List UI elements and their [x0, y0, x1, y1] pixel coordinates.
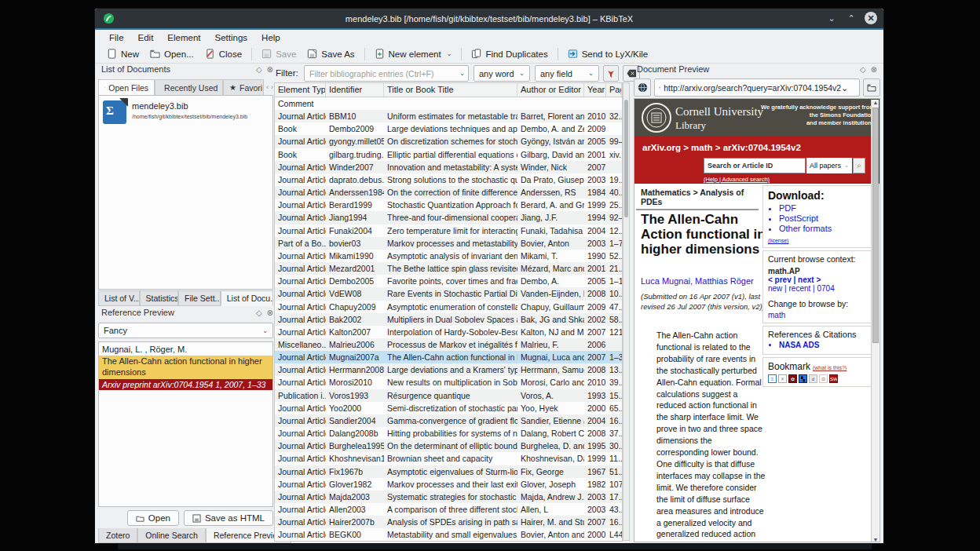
- table-row[interactable]: Journal ArticleHerrmann2008Large deviati…: [275, 363, 622, 376]
- table-row[interactable]: Journal ArticleKhoshnevisan1...Brownian …: [275, 452, 622, 465]
- new-element-button[interactable]: New element ⌄: [369, 46, 458, 61]
- table-row[interactable]: Bookgilbarg.truding...Elliptic partial d…: [275, 148, 622, 161]
- table-row[interactable]: Journal ArticleBurghelea1995On the deter…: [275, 440, 622, 452]
- close-panel-icon[interactable]: ⊗: [267, 65, 273, 74]
- arxiv-breadcrumb[interactable]: arXiv.org > math > arXiv:0704.1954v2: [642, 143, 801, 152]
- nasa-ads-link[interactable]: NASA ADS: [779, 341, 866, 349]
- minimize-icon[interactable]: ⌄: [825, 12, 838, 24]
- table-row[interactable]: Journal ArticleBerard1999Stochastic Quan…: [275, 199, 622, 211]
- tab-recently-used[interactable]: Recently Used: [155, 79, 223, 95]
- table-scrollbar-handle[interactable]: [624, 100, 628, 217]
- table-row[interactable]: Journal ArticleBEGK00Metastability and s…: [275, 528, 622, 541]
- table-row[interactable]: Journal ArticleHairer2007bAnalysis of SP…: [275, 516, 622, 528]
- float-panel-icon[interactable]: ◇: [256, 308, 262, 317]
- new-button[interactable]: New: [101, 46, 144, 61]
- table-row[interactable]: Journal ArticleVdEW08Rare Events in Stoc…: [275, 287, 622, 300]
- cornell-library-text[interactable]: Library: [675, 119, 706, 132]
- table-row[interactable]: Journal ArticleFix1967bAsymptotic eigenv…: [275, 465, 622, 478]
- menu-settings[interactable]: Settings: [209, 31, 254, 44]
- table-row[interactable]: Journal ArticleMezard2001The Bethe latti…: [275, 262, 622, 275]
- tab-file-settings[interactable]: File Sett...: [178, 290, 221, 306]
- digg-icon[interactable]: d: [809, 374, 817, 383]
- sciencewise-icon[interactable]: SW: [829, 374, 838, 383]
- table-row[interactable]: Journal ArticleAnderssen1984On the corre…: [275, 186, 622, 199]
- table-row[interactable]: Journal ArticleMikami1990Asymptotic anal…: [275, 250, 622, 262]
- what-is-this-link[interactable]: (what is this?): [813, 365, 847, 370]
- tab-scroll-right-icon[interactable]: ›: [271, 83, 273, 91]
- table-row[interactable]: Journal ArticleGlover1982Markov processe…: [275, 478, 622, 491]
- menu-edit[interactable]: Edit: [132, 31, 160, 44]
- webview-scrollbar-handle[interactable]: [872, 108, 879, 343]
- table-row[interactable]: Journal ArticleAllen2003A comparison of …: [275, 503, 622, 516]
- table-row[interactable]: BookDembo2009Large deviations techniques…: [275, 122, 622, 135]
- col-author[interactable]: Author or Editor: [517, 83, 584, 97]
- close-icon[interactable]: ✕: [865, 12, 877, 24]
- scroll-up-icon[interactable]: ▲: [872, 100, 879, 105]
- arxiv-help-links[interactable]: (Help | Advanced search): [704, 176, 770, 183]
- table-row[interactable]: Publication i...Voros1993Résurgence quan…: [275, 389, 622, 402]
- table-row[interactable]: Journal ArticleDalang2008bHitting probab…: [275, 427, 622, 440]
- scroll-down-icon[interactable]: ▼: [872, 537, 879, 542]
- table-row[interactable]: Journal ArticleBBM10Uniform estimates fo…: [275, 110, 622, 122]
- filter-input[interactable]: [304, 65, 469, 82]
- find-duplicates-button[interactable]: Find Duplicates: [466, 46, 553, 61]
- cornell-logo-text[interactable]: Cornell University: [675, 105, 763, 119]
- bibsonomy-icon[interactable]: ✿: [788, 374, 797, 383]
- paper-authors-link[interactable]: Luca Mugnai, Matthias Röger: [641, 276, 754, 286]
- postscript-link[interactable]: PostScript: [779, 213, 866, 223]
- table-row[interactable]: Journal Articlegyongy.millet05On discret…: [275, 135, 622, 148]
- col-title[interactable]: Title or Book Title: [384, 83, 517, 97]
- table-row[interactable]: Part of a Bo...bovier03Markov processes …: [275, 237, 622, 250]
- float-panel-icon[interactable]: ◇: [860, 65, 866, 74]
- table-row[interactable]: Journal ArticleChapuy2009Asymptotic enum…: [275, 301, 622, 313]
- tab-list-of-values[interactable]: List of V...: [98, 290, 140, 306]
- table-row[interactable]: Journal ArticleDembo2005Favorite points,…: [275, 275, 622, 287]
- col-element-type[interactable]: Element Type: [275, 83, 326, 97]
- list-item[interactable]: Σ mendeley3.bib /home/fish/git/kbibtex/t…: [99, 96, 272, 129]
- table-row[interactable]: Journal ArticleJiang1994Three-and four-d…: [275, 211, 622, 224]
- table-row[interactable]: Journal ArticleBak2002Multipliers in Dua…: [275, 313, 622, 326]
- pdf-link[interactable]: PDF: [779, 203, 866, 213]
- table-row[interactable]: Journal ArticleYoo2000Semi-discretizatio…: [275, 402, 622, 414]
- titlebar[interactable]: mendeley3.bib [/home/fish/git/kbibtex/te…: [95, 9, 883, 28]
- send-to-lyx-button[interactable]: Send to LyX/Kile: [562, 46, 654, 61]
- webview-scrollbar[interactable]: ▲ ▼: [871, 100, 879, 542]
- col-year[interactable]: Year: [584, 83, 606, 97]
- maximize-icon[interactable]: ⌃: [845, 12, 858, 24]
- table-row[interactable]: Journal Articledaprato.debus...Strong so…: [275, 173, 622, 186]
- new-recent-links[interactable]: new | recent | 0704: [768, 284, 866, 293]
- table-row[interactable]: Journal ArticleMajda2003Systematic strat…: [275, 491, 622, 503]
- license-link[interactable]: (license): [768, 238, 788, 243]
- float-panel-icon[interactable]: ◇: [256, 65, 262, 74]
- menu-element[interactable]: Element: [161, 31, 207, 44]
- tab-open-files[interactable]: Open Files: [98, 79, 155, 95]
- arxiv-search-input[interactable]: [704, 158, 806, 173]
- close-panel-icon[interactable]: ⊗: [267, 308, 273, 317]
- close-panel-icon[interactable]: ⊗: [871, 65, 877, 74]
- table-row[interactable]: Comment: [275, 97, 622, 110]
- table-row[interactable]: Journal ArticleWinder2007Innovation and …: [275, 161, 622, 173]
- save-as-html-button[interactable]: Save as HTML: [184, 510, 273, 526]
- save-button[interactable]: Save: [256, 46, 302, 61]
- delicious-icon[interactable]: ▚: [799, 374, 807, 383]
- open-file-button[interactable]: [863, 78, 880, 97]
- citeulike-icon[interactable]: ≡: [768, 374, 777, 383]
- connotea-icon[interactable]: ✕: [778, 374, 787, 383]
- reddit-icon[interactable]: ʘ: [819, 374, 828, 383]
- browse-by-math-link[interactable]: math: [768, 311, 866, 319]
- open-reference-button[interactable]: Open: [127, 510, 179, 526]
- table-row[interactable]: Journal ArticleMorosi2010New results on …: [275, 376, 622, 389]
- filter-word-mode-select[interactable]: any word⌄: [474, 65, 530, 82]
- table-row[interactable]: Miscellaneo...Malrieu2006Processus de Ma…: [275, 338, 622, 351]
- tab-favorites[interactable]: ★ Favori: [223, 79, 264, 95]
- tab-zotero[interactable]: Zotero: [98, 528, 137, 543]
- table-scrollbar[interactable]: [623, 82, 630, 541]
- url-combobox[interactable]: http://arxiv.org/search?query=arXiv:0704…: [654, 78, 860, 97]
- tab-online-search[interactable]: Online Search: [137, 528, 206, 543]
- tab-scroll-left-icon[interactable]: ‹: [266, 83, 269, 91]
- table-row[interactable]: Journal ArticleMugnai2007aThe Allen-Cahn…: [275, 351, 622, 363]
- preview-style-select[interactable]: Fancy ⌄: [98, 323, 273, 338]
- filter-field-mode-select[interactable]: any field⌄: [535, 65, 599, 82]
- other-formats-link[interactable]: Other formats: [779, 224, 866, 233]
- table-row[interactable]: Journal ArticleSandier2004Gamma-converge…: [275, 414, 622, 427]
